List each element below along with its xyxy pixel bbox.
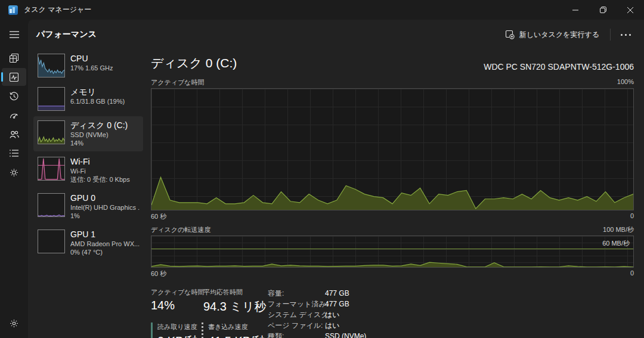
- titlebar: タスク マネージャー: [0, 0, 644, 20]
- x-axis-left-label: 60 秒: [151, 212, 166, 221]
- transfer-chart-max: 100 MB/秒: [603, 225, 634, 234]
- window-controls: [562, 0, 644, 20]
- item-subtitle: SSD (NVMe): [70, 131, 128, 139]
- page-title: パフォーマンス: [36, 29, 97, 40]
- header-separator: [610, 29, 611, 41]
- read-speed-stat: 読み取り速度 0 KB/秒: [151, 323, 202, 338]
- performance-sidebar: CPU 17% 1.65 GHz メモリ 6.1/31.8 GB (19%) デ…: [33, 49, 143, 338]
- active-time-chart-max: 100%: [617, 78, 634, 87]
- detail-row-system-disk: システム ディスク:はい: [268, 309, 366, 320]
- x-axis-right-label: 0: [630, 269, 634, 278]
- sidebar-item-disk0[interactable]: ディスク 0 (C:) SSD (NVMe) 14%: [33, 116, 143, 151]
- nav-processes[interactable]: [2, 49, 26, 67]
- nav-details[interactable]: [2, 144, 26, 162]
- nav-rail: [0, 20, 28, 338]
- scale-line: [151, 249, 633, 249]
- item-subtitle: AMD Radeon Pro WX...: [70, 240, 140, 248]
- nav-app-history[interactable]: [2, 87, 26, 105]
- item-title: Wi-Fi: [70, 157, 130, 167]
- active-time-chart: [151, 88, 634, 210]
- detail-row-capacity: 容量:477 GB: [268, 288, 366, 299]
- sidebar-item-gpu0[interactable]: GPU 0 Intel(R) UHD Graphics ... 1%: [33, 189, 143, 224]
- x-axis-left-label: 60 秒: [151, 269, 166, 278]
- item-title: メモリ: [70, 87, 125, 97]
- run-new-task-button[interactable]: 新しいタスクを実行する: [499, 26, 605, 44]
- item-subtitle: Intel(R) UHD Graphics ...: [70, 203, 140, 212]
- gpu0-mini-chart: [38, 193, 65, 217]
- nav-services[interactable]: [2, 163, 26, 181]
- disk-details: 容量:477 GB フォーマット済み:477 GB システム ディスク:はい ペ…: [268, 288, 366, 338]
- task-manager-window: タスク マネージャー: [0, 0, 644, 338]
- more-options-icon[interactable]: [615, 27, 636, 42]
- content-panel: パフォーマンス 新しいタスクを実行する: [28, 20, 644, 338]
- sidebar-item-memory[interactable]: メモリ 6.1/31.8 GB (19%): [33, 83, 143, 115]
- disk-mini-chart: [38, 120, 65, 144]
- item-subtitle: 17% 1.65 GHz: [70, 64, 113, 72]
- gpu1-mini-chart: [38, 230, 65, 253]
- detail-row-formatted: フォーマット済み:477 GB: [268, 299, 366, 309]
- item-subtitle: 6.1/31.8 GB (19%): [70, 97, 125, 106]
- sidebar-item-gpu1[interactable]: GPU 1 AMD Radeon Pro WX... 0% (47 °C): [33, 225, 143, 261]
- item-subtitle: 0% (47 °C): [70, 248, 140, 256]
- stats-block: アクティブな時間 14% 平均応答時間 94.3 ミリ秒 読み取り速度 0 KB…: [151, 288, 268, 338]
- memory-mini-chart: [38, 87, 65, 111]
- avg-response-stat: 平均応答時間 94.3 ミリ秒: [203, 288, 268, 315]
- disk-detail-pane: ディスク 0 (C:) WDC PC SN720 SDAPNTW-512G-10…: [143, 49, 644, 338]
- active-time-stat: アクティブな時間 14%: [151, 288, 203, 315]
- item-subtitle: 14%: [70, 139, 128, 147]
- item-subtitle: Wi-Fi: [70, 167, 130, 175]
- menu-icon[interactable]: [2, 26, 26, 44]
- disk-title: ディスク 0 (C:): [151, 55, 237, 72]
- x-axis-right-label: 0: [630, 212, 634, 221]
- nav-startup-apps[interactable]: [2, 106, 26, 124]
- device-name: WDC PC SN720 SDAPNTW-512G-1006: [484, 62, 634, 72]
- scale-line-label: 60 MB/秒: [602, 239, 630, 248]
- window-title: タスク マネージャー: [24, 5, 91, 15]
- settings-gear-icon[interactable]: [2, 314, 26, 332]
- close-button[interactable]: [617, 0, 644, 20]
- minimize-button[interactable]: [562, 0, 589, 20]
- active-time-chart-label: アクティブな時間: [151, 78, 205, 87]
- page-header: パフォーマンス 新しいタスクを実行する: [28, 20, 644, 49]
- run-new-task-label: 新しいタスクを実行する: [519, 30, 599, 40]
- run-new-task-icon: [505, 30, 515, 39]
- wifi-mini-chart: [38, 157, 65, 181]
- nav-users[interactable]: [2, 125, 26, 143]
- detail-row-page-file: ページ ファイル:はい: [268, 320, 366, 331]
- item-title: CPU: [70, 54, 113, 64]
- item-title: GPU 0: [70, 193, 140, 203]
- item-subtitle: 送信: 0 受信: 0 Kbps: [70, 175, 130, 184]
- maximize-restore-button[interactable]: [589, 0, 617, 20]
- sidebar-item-wifi[interactable]: Wi-Fi Wi-Fi 送信: 0 受信: 0 Kbps: [33, 153, 143, 188]
- item-subtitle: 1%: [70, 212, 140, 220]
- transfer-chart-label: ディスクの転送速度: [151, 225, 210, 234]
- detail-row-type: 種類:SSD (NVMe): [268, 331, 366, 338]
- item-title: GPU 1: [70, 230, 140, 240]
- nav-performance[interactable]: [2, 68, 26, 86]
- selected-accent-bar: [1, 72, 3, 82]
- sidebar-item-cpu[interactable]: CPU 17% 1.65 GHz: [33, 49, 143, 82]
- cpu-mini-chart: [38, 54, 65, 77]
- write-speed-stat: 書き込み速度 41.5 KB/秒: [202, 323, 264, 338]
- item-title: ディスク 0 (C:): [70, 120, 128, 131]
- transfer-rate-chart: 60 MB/秒: [151, 235, 634, 268]
- task-manager-app-icon: [8, 5, 18, 15]
